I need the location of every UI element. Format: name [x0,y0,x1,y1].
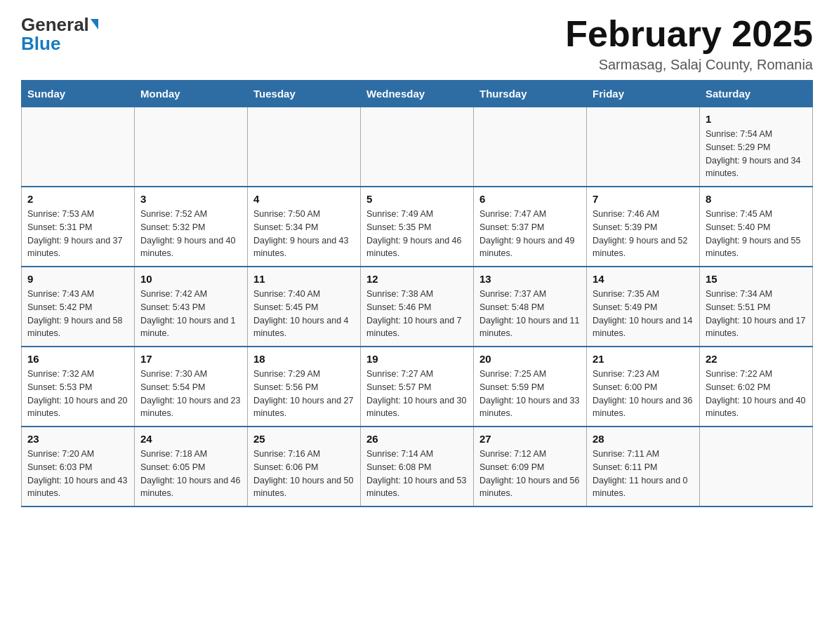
page-header: General Blue February 2025 Sarmasag, Sal… [21,14,813,73]
calendar-cell: 7Sunrise: 7:46 AMSunset: 5:39 PMDaylight… [587,187,700,267]
day-number: 18 [253,353,355,365]
day-info: Sunrise: 7:14 AMSunset: 6:08 PMDaylight:… [366,448,468,500]
calendar-cell: 3Sunrise: 7:52 AMSunset: 5:32 PMDaylight… [135,187,248,267]
calendar-row-3: 9Sunrise: 7:43 AMSunset: 5:42 PMDaylight… [22,267,813,347]
day-number: 25 [253,433,355,445]
day-number: 17 [140,353,241,365]
day-info: Sunrise: 7:11 AMSunset: 6:11 PMDaylight:… [593,448,694,500]
calendar-cell: 9Sunrise: 7:43 AMSunset: 5:42 PMDaylight… [22,267,135,347]
calendar-cell: 15Sunrise: 7:34 AMSunset: 5:51 PMDayligh… [700,267,813,347]
day-number: 14 [593,273,694,285]
calendar-cell: 23Sunrise: 7:20 AMSunset: 6:03 PMDayligh… [22,427,135,507]
day-number: 5 [366,193,468,205]
calendar-cell: 14Sunrise: 7:35 AMSunset: 5:49 PMDayligh… [587,267,700,347]
day-number: 1 [706,113,807,125]
page-subtitle: Sarmasag, Salaj County, Romania [565,57,813,73]
day-number: 19 [366,353,468,365]
calendar-row-5: 23Sunrise: 7:20 AMSunset: 6:03 PMDayligh… [22,427,813,507]
weekday-header-thursday: Thursday [474,81,587,107]
day-number: 22 [706,353,807,365]
weekday-header-row: SundayMondayTuesdayWednesdayThursdayFrid… [22,81,813,107]
day-number: 26 [366,433,468,445]
day-info: Sunrise: 7:18 AMSunset: 6:05 PMDaylight:… [140,448,241,500]
page-title: February 2025 [565,14,813,54]
day-info: Sunrise: 7:50 AMSunset: 5:34 PMDaylight:… [253,208,355,260]
day-info: Sunrise: 7:45 AMSunset: 5:40 PMDaylight:… [706,208,807,260]
day-info: Sunrise: 7:32 AMSunset: 5:53 PMDaylight:… [27,368,128,420]
day-info: Sunrise: 7:47 AMSunset: 5:37 PMDaylight:… [479,208,581,260]
calendar-cell: 26Sunrise: 7:14 AMSunset: 6:08 PMDayligh… [361,427,474,507]
day-number: 2 [27,193,128,205]
calendar-cell: 11Sunrise: 7:40 AMSunset: 5:45 PMDayligh… [248,267,361,347]
day-info: Sunrise: 7:40 AMSunset: 5:45 PMDaylight:… [253,288,355,340]
calendar-cell: 6Sunrise: 7:47 AMSunset: 5:37 PMDaylight… [474,187,587,267]
day-number: 10 [140,273,241,285]
calendar-cell: 25Sunrise: 7:16 AMSunset: 6:06 PMDayligh… [248,427,361,507]
calendar-cell: 2Sunrise: 7:53 AMSunset: 5:31 PMDaylight… [22,187,135,267]
weekday-header-wednesday: Wednesday [361,81,474,107]
title-block: February 2025 Sarmasag, Salaj County, Ro… [565,14,813,73]
calendar-row-4: 16Sunrise: 7:32 AMSunset: 5:53 PMDayligh… [22,347,813,427]
calendar-cell [587,107,700,187]
day-info: Sunrise: 7:25 AMSunset: 5:59 PMDaylight:… [479,368,581,420]
calendar-cell: 8Sunrise: 7:45 AMSunset: 5:40 PMDaylight… [700,187,813,267]
weekday-header-sunday: Sunday [22,81,135,107]
day-number: 8 [706,193,807,205]
day-info: Sunrise: 7:27 AMSunset: 5:57 PMDaylight:… [366,368,468,420]
calendar-cell: 27Sunrise: 7:12 AMSunset: 6:09 PMDayligh… [474,427,587,507]
calendar-cell: 1Sunrise: 7:54 AMSunset: 5:29 PMDaylight… [700,107,813,187]
day-number: 4 [253,193,355,205]
day-info: Sunrise: 7:43 AMSunset: 5:42 PMDaylight:… [27,288,128,340]
calendar-table: SundayMondayTuesdayWednesdayThursdayFrid… [21,80,813,507]
weekday-header-saturday: Saturday [700,81,813,107]
calendar-cell: 12Sunrise: 7:38 AMSunset: 5:46 PMDayligh… [361,267,474,347]
calendar-row-1: 1Sunrise: 7:54 AMSunset: 5:29 PMDaylight… [22,107,813,187]
weekday-header-friday: Friday [587,81,700,107]
day-info: Sunrise: 7:16 AMSunset: 6:06 PMDaylight:… [253,448,355,500]
calendar-cell [248,107,361,187]
calendar-cell: 19Sunrise: 7:27 AMSunset: 5:57 PMDayligh… [361,347,474,427]
day-number: 28 [593,433,694,445]
calendar-cell [361,107,474,187]
calendar-cell [474,107,587,187]
day-number: 9 [27,273,128,285]
day-info: Sunrise: 7:49 AMSunset: 5:35 PMDaylight:… [366,208,468,260]
calendar-cell: 18Sunrise: 7:29 AMSunset: 5:56 PMDayligh… [248,347,361,427]
calendar-cell [22,107,135,187]
day-info: Sunrise: 7:20 AMSunset: 6:03 PMDaylight:… [27,448,128,500]
day-number: 27 [479,433,581,445]
calendar-cell [135,107,248,187]
calendar-row-2: 2Sunrise: 7:53 AMSunset: 5:31 PMDaylight… [22,187,813,267]
calendar-cell: 21Sunrise: 7:23 AMSunset: 6:00 PMDayligh… [587,347,700,427]
day-info: Sunrise: 7:54 AMSunset: 5:29 PMDaylight:… [706,128,807,180]
logo-blue-text: Blue [21,33,60,55]
day-info: Sunrise: 7:30 AMSunset: 5:54 PMDaylight:… [140,368,241,420]
day-info: Sunrise: 7:38 AMSunset: 5:46 PMDaylight:… [366,288,468,340]
calendar-cell: 16Sunrise: 7:32 AMSunset: 5:53 PMDayligh… [22,347,135,427]
day-info: Sunrise: 7:53 AMSunset: 5:31 PMDaylight:… [27,208,128,260]
day-number: 23 [27,433,128,445]
day-number: 16 [27,353,128,365]
logo: General Blue [21,14,98,55]
calendar-cell: 24Sunrise: 7:18 AMSunset: 6:05 PMDayligh… [135,427,248,507]
day-info: Sunrise: 7:22 AMSunset: 6:02 PMDaylight:… [706,368,807,420]
day-number: 24 [140,433,241,445]
calendar-cell [700,427,813,507]
weekday-header-tuesday: Tuesday [248,81,361,107]
day-number: 11 [253,273,355,285]
day-info: Sunrise: 7:42 AMSunset: 5:43 PMDaylight:… [140,288,241,340]
logo-arrow-icon [91,19,98,29]
day-number: 13 [479,273,581,285]
day-info: Sunrise: 7:52 AMSunset: 5:32 PMDaylight:… [140,208,241,260]
day-number: 7 [593,193,694,205]
day-number: 3 [140,193,241,205]
day-number: 12 [366,273,468,285]
day-info: Sunrise: 7:34 AMSunset: 5:51 PMDaylight:… [706,288,807,340]
calendar-cell: 5Sunrise: 7:49 AMSunset: 5:35 PMDaylight… [361,187,474,267]
weekday-header-monday: Monday [135,81,248,107]
day-info: Sunrise: 7:37 AMSunset: 5:48 PMDaylight:… [479,288,581,340]
day-info: Sunrise: 7:29 AMSunset: 5:56 PMDaylight:… [253,368,355,420]
day-number: 20 [479,353,581,365]
calendar-cell: 13Sunrise: 7:37 AMSunset: 5:48 PMDayligh… [474,267,587,347]
day-number: 21 [593,353,694,365]
